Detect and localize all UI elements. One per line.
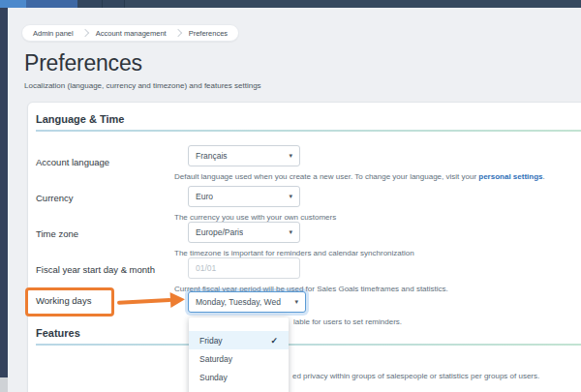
chevron-down-icon: ▾	[289, 152, 292, 160]
chevron-down-icon: ▾	[289, 193, 292, 200]
account-language-label: Account language	[36, 157, 109, 167]
settings-card	[27, 102, 581, 392]
account-language-select[interactable]: Français ▾	[188, 145, 300, 166]
breadcrumb-item-admin-panel[interactable]: Admin panel	[33, 29, 74, 38]
section-divider	[36, 130, 581, 132]
account-language-value: Français	[196, 151, 228, 161]
currency-select[interactable]: Euro ▾	[188, 186, 300, 207]
section-title-features: Features	[36, 327, 80, 339]
page-title: Preferences	[24, 50, 142, 76]
time-zone-label: Time zone	[36, 228, 78, 239]
chevron-right-icon	[80, 29, 88, 37]
time-zone-helper: The timezone is important for reminders …	[174, 249, 414, 257]
helper-text: .	[543, 172, 545, 181]
top-bar-segment	[26, 0, 77, 8]
check-icon: ✓	[270, 336, 278, 346]
menu-item-label: Friday	[199, 336, 223, 346]
helper-text: Default language used when you create a …	[174, 172, 478, 181]
currency-value: Euro	[196, 192, 213, 201]
top-bar-segment	[0, 0, 26, 8]
breadcrumb: Admin panel Account management Preferenc…	[21, 24, 239, 42]
annotation-highlight-box	[25, 287, 114, 317]
menu-item-label: Sunday	[199, 373, 228, 382]
arrow-head	[170, 291, 186, 308]
section-divider	[36, 344, 581, 346]
breadcrumb-item-account-management[interactable]: Account management	[96, 29, 167, 38]
menu-item-partial-thursday[interactable]: Thursday	[189, 317, 289, 331]
working-days-value: Monday, Tuesday, Wednesda	[196, 297, 281, 307]
chevron-down-icon: ▾	[289, 228, 292, 236]
working-days-dropdown-menu: Thursday Friday ✓ Saturday Sunday	[189, 317, 289, 392]
features-helper-visible: ed privacy within groups of salespeople …	[292, 372, 539, 380]
sidebar-edge-strip	[0, 8, 8, 377]
account-language-helper: Default language used when you create a …	[174, 172, 545, 181]
menu-item-friday[interactable]: Friday ✓	[189, 331, 289, 349]
preferences-settings-page: Admin panel Account management Preferenc…	[0, 0, 581, 392]
menu-item-label: Saturday	[199, 354, 232, 364]
personal-settings-link[interactable]: personal settings	[478, 172, 542, 181]
window-top-bar	[0, 0, 581, 8]
fiscal-year-label: Fiscal year start day & month	[36, 264, 155, 275]
currency-label: Currency	[36, 193, 74, 203]
working-days-select[interactable]: Monday, Tuesday, Wednesda ▾	[188, 291, 306, 313]
time-zone-value: Europe/Paris	[196, 227, 243, 237]
top-bar-segment	[77, 0, 103, 8]
menu-item-sunday[interactable]: Sunday	[189, 368, 289, 386]
section-title-language-time: Language & Time	[36, 113, 124, 125]
menu-item-saturday[interactable]: Saturday	[189, 349, 289, 368]
time-zone-select[interactable]: Europe/Paris ▾	[188, 222, 300, 243]
sidebar-edge-strip-bottom	[0, 377, 8, 392]
top-bar-segment	[103, 0, 125, 8]
chevron-down-icon: ▾	[294, 298, 298, 306]
chevron-right-icon	[173, 29, 181, 37]
currency-helper: The currency you use with your own custo…	[174, 213, 336, 222]
arrow-shaft	[117, 298, 171, 305]
breadcrumb-item-preferences[interactable]: Preferences	[189, 29, 228, 38]
page-subtitle: Localization (language, currency and tim…	[24, 81, 261, 90]
working-days-helper-visible: lable for users to set reminders.	[293, 317, 402, 326]
fiscal-year-input[interactable]	[188, 257, 300, 279]
